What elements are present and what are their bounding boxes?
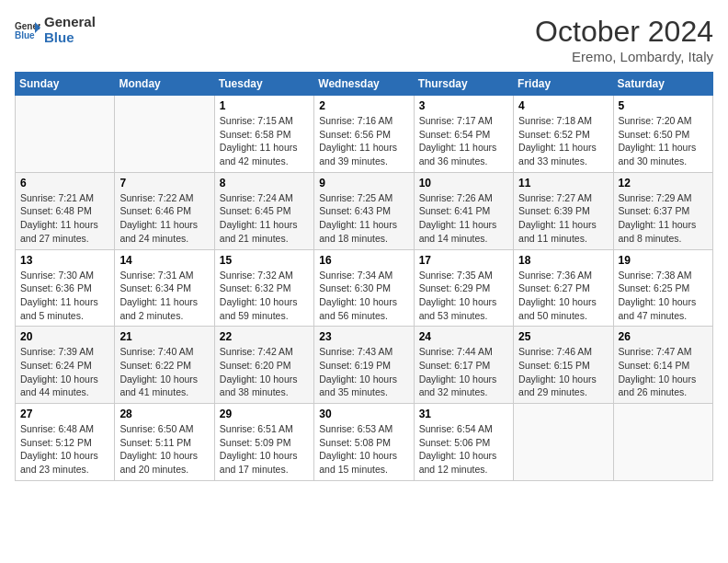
day-number: 15 — [220, 254, 309, 267]
calendar-cell — [115, 96, 214, 173]
day-number: 22 — [220, 330, 309, 343]
day-number: 10 — [419, 177, 508, 190]
day-info: Sunrise: 7:30 AM Sunset: 6:36 PM Dayligh… — [20, 269, 109, 323]
day-info: Sunrise: 7:17 AM Sunset: 6:54 PM Dayligh… — [419, 114, 508, 168]
day-info: Sunrise: 7:21 AM Sunset: 6:48 PM Dayligh… — [20, 191, 109, 246]
calendar-cell — [613, 404, 712, 481]
title-area: October 2024 Eremo, Lombardy, Italy — [535, 15, 713, 64]
day-info: Sunrise: 7:20 AM Sunset: 6:50 PM Dayligh… — [619, 114, 708, 168]
day-number: 30 — [319, 408, 408, 420]
day-info: Sunrise: 7:38 AM Sunset: 6:25 PM Dayligh… — [619, 269, 708, 323]
day-number: 3 — [419, 99, 508, 112]
calendar-cell: 11Sunrise: 7:27 AM Sunset: 6:39 PM Dayli… — [514, 172, 613, 249]
day-number: 12 — [619, 177, 708, 190]
day-info: Sunrise: 6:53 AM Sunset: 5:08 PM Dayligh… — [319, 422, 408, 477]
calendar-week-3: 13Sunrise: 7:30 AM Sunset: 6:36 PM Dayli… — [16, 249, 713, 327]
calendar-cell: 18Sunrise: 7:36 AM Sunset: 6:27 PM Dayli… — [514, 249, 613, 327]
calendar-cell: 29Sunrise: 6:51 AM Sunset: 5:09 PM Dayli… — [214, 404, 313, 481]
logo-general-text: General — [44, 15, 96, 30]
day-number: 21 — [119, 330, 209, 343]
day-info: Sunrise: 7:27 AM Sunset: 6:39 PM Dayligh… — [518, 191, 608, 246]
calendar-cell: 20Sunrise: 7:39 AM Sunset: 6:24 PM Dayli… — [16, 327, 115, 404]
day-info: Sunrise: 7:15 AM Sunset: 6:58 PM Dayligh… — [220, 114, 309, 168]
day-info: Sunrise: 7:16 AM Sunset: 6:56 PM Dayligh… — [319, 114, 408, 168]
day-number: 6 — [20, 177, 109, 190]
day-info: Sunrise: 7:32 AM Sunset: 6:32 PM Dayligh… — [220, 269, 309, 323]
day-number: 26 — [619, 330, 708, 343]
day-info: Sunrise: 7:42 AM Sunset: 6:20 PM Dayligh… — [220, 345, 309, 399]
calendar-week-1: 1Sunrise: 7:15 AM Sunset: 6:58 PM Daylig… — [16, 96, 713, 173]
day-number: 2 — [319, 99, 408, 112]
day-info: Sunrise: 6:50 AM Sunset: 5:11 PM Dayligh… — [119, 422, 209, 477]
calendar-cell — [514, 404, 613, 481]
calendar-week-4: 20Sunrise: 7:39 AM Sunset: 6:24 PM Dayli… — [16, 327, 713, 404]
calendar-cell: 3Sunrise: 7:17 AM Sunset: 6:54 PM Daylig… — [414, 96, 513, 173]
day-number: 13 — [20, 254, 109, 267]
day-number: 23 — [319, 330, 408, 343]
day-info: Sunrise: 7:18 AM Sunset: 6:52 PM Dayligh… — [518, 114, 608, 168]
day-info: Sunrise: 7:36 AM Sunset: 6:27 PM Dayligh… — [518, 269, 608, 323]
calendar-cell: 8Sunrise: 7:24 AM Sunset: 6:45 PM Daylig… — [214, 172, 313, 249]
day-info: Sunrise: 7:24 AM Sunset: 6:45 PM Dayligh… — [220, 191, 309, 246]
day-number: 24 — [419, 330, 508, 343]
day-number: 20 — [20, 330, 109, 343]
calendar-week-2: 6Sunrise: 7:21 AM Sunset: 6:48 PM Daylig… — [16, 172, 713, 249]
calendar-cell: 2Sunrise: 7:16 AM Sunset: 6:56 PM Daylig… — [314, 96, 414, 173]
calendar-cell: 4Sunrise: 7:18 AM Sunset: 6:52 PM Daylig… — [514, 96, 613, 173]
calendar: SundayMondayTuesdayWednesdayThursdayFrid… — [15, 72, 713, 481]
calendar-cell: 23Sunrise: 7:43 AM Sunset: 6:19 PM Dayli… — [314, 327, 414, 404]
day-info: Sunrise: 7:31 AM Sunset: 6:34 PM Dayligh… — [119, 269, 209, 323]
weekday-header-sunday: Sunday — [16, 73, 115, 96]
calendar-cell: 28Sunrise: 6:50 AM Sunset: 5:11 PM Dayli… — [115, 404, 214, 481]
logo-blue-text: Blue — [44, 30, 96, 46]
day-number: 14 — [119, 254, 209, 267]
weekday-header-saturday: Saturday — [613, 73, 712, 96]
day-number: 16 — [319, 254, 408, 267]
calendar-cell: 17Sunrise: 7:35 AM Sunset: 6:29 PM Dayli… — [414, 249, 513, 327]
logo: General Blue General Blue — [15, 15, 96, 45]
calendar-cell: 21Sunrise: 7:40 AM Sunset: 6:22 PM Dayli… — [115, 327, 214, 404]
calendar-cell: 30Sunrise: 6:53 AM Sunset: 5:08 PM Dayli… — [314, 404, 414, 481]
calendar-cell: 1Sunrise: 7:15 AM Sunset: 6:58 PM Daylig… — [214, 96, 313, 173]
day-info: Sunrise: 7:40 AM Sunset: 6:22 PM Dayligh… — [119, 345, 209, 399]
day-number: 5 — [619, 99, 708, 112]
calendar-cell: 31Sunrise: 6:54 AM Sunset: 5:06 PM Dayli… — [414, 404, 513, 481]
weekday-header-thursday: Thursday — [414, 73, 513, 96]
calendar-cell: 19Sunrise: 7:38 AM Sunset: 6:25 PM Dayli… — [613, 249, 712, 327]
calendar-week-5: 27Sunrise: 6:48 AM Sunset: 5:12 PM Dayli… — [16, 404, 713, 481]
day-number: 11 — [518, 177, 608, 190]
day-number: 19 — [619, 254, 708, 267]
day-info: Sunrise: 7:46 AM Sunset: 6:15 PM Dayligh… — [518, 345, 608, 399]
day-info: Sunrise: 7:44 AM Sunset: 6:17 PM Dayligh… — [419, 345, 508, 399]
calendar-cell: 26Sunrise: 7:47 AM Sunset: 6:14 PM Dayli… — [613, 327, 712, 404]
day-number: 9 — [319, 177, 408, 190]
calendar-cell: 16Sunrise: 7:34 AM Sunset: 6:30 PM Dayli… — [314, 249, 414, 327]
calendar-cell: 27Sunrise: 6:48 AM Sunset: 5:12 PM Dayli… — [16, 404, 115, 481]
calendar-cell: 5Sunrise: 7:20 AM Sunset: 6:50 PM Daylig… — [613, 96, 712, 173]
svg-text:Blue: Blue — [15, 30, 35, 40]
day-number: 28 — [119, 408, 209, 420]
day-info: Sunrise: 7:43 AM Sunset: 6:19 PM Dayligh… — [319, 345, 408, 399]
day-info: Sunrise: 7:39 AM Sunset: 6:24 PM Dayligh… — [20, 345, 109, 399]
calendar-cell: 22Sunrise: 7:42 AM Sunset: 6:20 PM Dayli… — [214, 327, 313, 404]
calendar-cell: 24Sunrise: 7:44 AM Sunset: 6:17 PM Dayli… — [414, 327, 513, 404]
calendar-cell: 15Sunrise: 7:32 AM Sunset: 6:32 PM Dayli… — [214, 249, 313, 327]
header: General Blue General Blue October 2024 E… — [15, 15, 713, 64]
calendar-cell: 14Sunrise: 7:31 AM Sunset: 6:34 PM Dayli… — [115, 249, 214, 327]
day-info: Sunrise: 6:51 AM Sunset: 5:09 PM Dayligh… — [220, 422, 309, 477]
day-number: 4 — [518, 99, 608, 112]
day-info: Sunrise: 7:29 AM Sunset: 6:37 PM Dayligh… — [619, 191, 708, 246]
logo-icon: General Blue — [15, 20, 40, 40]
calendar-cell: 12Sunrise: 7:29 AM Sunset: 6:37 PM Dayli… — [613, 172, 712, 249]
calendar-cell: 13Sunrise: 7:30 AM Sunset: 6:36 PM Dayli… — [16, 249, 115, 327]
day-number: 29 — [220, 408, 309, 420]
weekday-header-row: SundayMondayTuesdayWednesdayThursdayFrid… — [16, 73, 713, 96]
day-number: 25 — [518, 330, 608, 343]
day-number: 8 — [220, 177, 309, 190]
day-info: Sunrise: 7:26 AM Sunset: 6:41 PM Dayligh… — [419, 191, 508, 246]
weekday-header-monday: Monday — [115, 73, 214, 96]
day-info: Sunrise: 7:22 AM Sunset: 6:46 PM Dayligh… — [119, 191, 209, 246]
day-info: Sunrise: 7:47 AM Sunset: 6:14 PM Dayligh… — [619, 345, 708, 399]
weekday-header-tuesday: Tuesday — [214, 73, 313, 96]
calendar-cell: 25Sunrise: 7:46 AM Sunset: 6:15 PM Dayli… — [514, 327, 613, 404]
